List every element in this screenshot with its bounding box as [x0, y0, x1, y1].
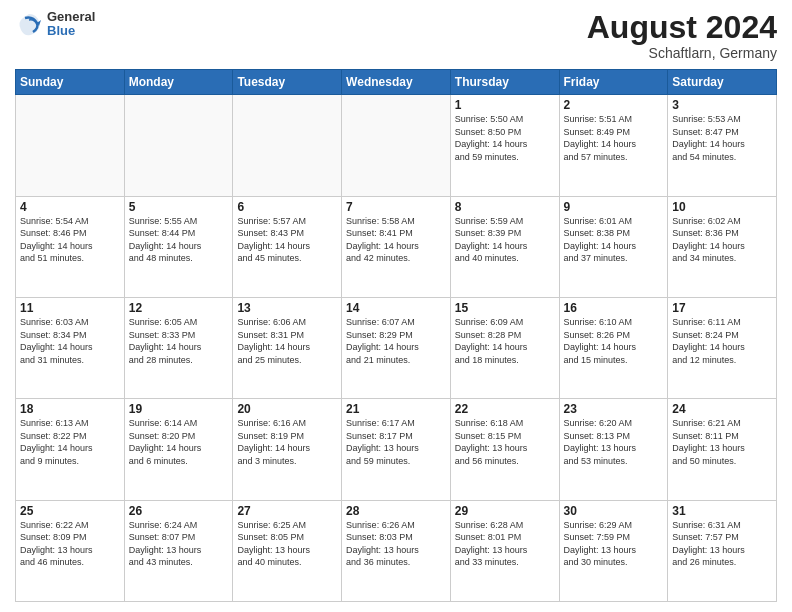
day-number: 21	[346, 402, 446, 416]
cell-info: Sunrise: 5:54 AM Sunset: 8:46 PM Dayligh…	[20, 215, 120, 265]
day-number: 23	[564, 402, 664, 416]
table-row: 21Sunrise: 6:17 AM Sunset: 8:17 PM Dayli…	[342, 399, 451, 500]
table-row: 12Sunrise: 6:05 AM Sunset: 8:33 PM Dayli…	[124, 297, 233, 398]
location: Schaftlarn, Germany	[587, 45, 777, 61]
cell-info: Sunrise: 5:50 AM Sunset: 8:50 PM Dayligh…	[455, 113, 555, 163]
cell-info: Sunrise: 6:29 AM Sunset: 7:59 PM Dayligh…	[564, 519, 664, 569]
table-row: 27Sunrise: 6:25 AM Sunset: 8:05 PM Dayli…	[233, 500, 342, 601]
cell-info: Sunrise: 6:21 AM Sunset: 8:11 PM Dayligh…	[672, 417, 772, 467]
table-row	[342, 95, 451, 196]
day-number: 15	[455, 301, 555, 315]
day-number: 28	[346, 504, 446, 518]
title-area: August 2024 Schaftlarn, Germany	[587, 10, 777, 61]
cell-info: Sunrise: 6:31 AM Sunset: 7:57 PM Dayligh…	[672, 519, 772, 569]
table-row: 10Sunrise: 6:02 AM Sunset: 8:36 PM Dayli…	[668, 196, 777, 297]
cell-info: Sunrise: 5:57 AM Sunset: 8:43 PM Dayligh…	[237, 215, 337, 265]
cell-info: Sunrise: 6:05 AM Sunset: 8:33 PM Dayligh…	[129, 316, 229, 366]
header: General Blue August 2024 Schaftlarn, Ger…	[15, 10, 777, 61]
table-row: 11Sunrise: 6:03 AM Sunset: 8:34 PM Dayli…	[16, 297, 125, 398]
cell-info: Sunrise: 6:07 AM Sunset: 8:29 PM Dayligh…	[346, 316, 446, 366]
day-number: 17	[672, 301, 772, 315]
day-number: 4	[20, 200, 120, 214]
day-number: 20	[237, 402, 337, 416]
logo-line2: Blue	[47, 24, 95, 38]
cell-info: Sunrise: 6:22 AM Sunset: 8:09 PM Dayligh…	[20, 519, 120, 569]
calendar-week-row: 18Sunrise: 6:13 AM Sunset: 8:22 PM Dayli…	[16, 399, 777, 500]
header-friday: Friday	[559, 70, 668, 95]
day-number: 31	[672, 504, 772, 518]
cell-info: Sunrise: 6:14 AM Sunset: 8:20 PM Dayligh…	[129, 417, 229, 467]
cell-info: Sunrise: 6:02 AM Sunset: 8:36 PM Dayligh…	[672, 215, 772, 265]
cell-info: Sunrise: 6:11 AM Sunset: 8:24 PM Dayligh…	[672, 316, 772, 366]
calendar-table: Sunday Monday Tuesday Wednesday Thursday…	[15, 69, 777, 602]
day-number: 30	[564, 504, 664, 518]
table-row: 3Sunrise: 5:53 AM Sunset: 8:47 PM Daylig…	[668, 95, 777, 196]
table-row: 5Sunrise: 5:55 AM Sunset: 8:44 PM Daylig…	[124, 196, 233, 297]
calendar-week-row: 25Sunrise: 6:22 AM Sunset: 8:09 PM Dayli…	[16, 500, 777, 601]
day-number: 29	[455, 504, 555, 518]
day-number: 2	[564, 98, 664, 112]
day-number: 5	[129, 200, 229, 214]
day-number: 9	[564, 200, 664, 214]
cell-info: Sunrise: 6:10 AM Sunset: 8:26 PM Dayligh…	[564, 316, 664, 366]
day-number: 6	[237, 200, 337, 214]
calendar-week-row: 11Sunrise: 6:03 AM Sunset: 8:34 PM Dayli…	[16, 297, 777, 398]
day-number: 18	[20, 402, 120, 416]
cell-info: Sunrise: 6:24 AM Sunset: 8:07 PM Dayligh…	[129, 519, 229, 569]
logo-text: General Blue	[47, 10, 95, 39]
table-row: 14Sunrise: 6:07 AM Sunset: 8:29 PM Dayli…	[342, 297, 451, 398]
table-row: 4Sunrise: 5:54 AM Sunset: 8:46 PM Daylig…	[16, 196, 125, 297]
cell-info: Sunrise: 5:55 AM Sunset: 8:44 PM Dayligh…	[129, 215, 229, 265]
day-number: 27	[237, 504, 337, 518]
table-row: 9Sunrise: 6:01 AM Sunset: 8:38 PM Daylig…	[559, 196, 668, 297]
cell-info: Sunrise: 6:18 AM Sunset: 8:15 PM Dayligh…	[455, 417, 555, 467]
cell-info: Sunrise: 5:51 AM Sunset: 8:49 PM Dayligh…	[564, 113, 664, 163]
table-row: 8Sunrise: 5:59 AM Sunset: 8:39 PM Daylig…	[450, 196, 559, 297]
table-row: 1Sunrise: 5:50 AM Sunset: 8:50 PM Daylig…	[450, 95, 559, 196]
table-row: 16Sunrise: 6:10 AM Sunset: 8:26 PM Dayli…	[559, 297, 668, 398]
table-row: 31Sunrise: 6:31 AM Sunset: 7:57 PM Dayli…	[668, 500, 777, 601]
table-row	[124, 95, 233, 196]
header-monday: Monday	[124, 70, 233, 95]
cell-info: Sunrise: 5:53 AM Sunset: 8:47 PM Dayligh…	[672, 113, 772, 163]
day-number: 3	[672, 98, 772, 112]
header-saturday: Saturday	[668, 70, 777, 95]
table-row: 19Sunrise: 6:14 AM Sunset: 8:20 PM Dayli…	[124, 399, 233, 500]
weekday-header-row: Sunday Monday Tuesday Wednesday Thursday…	[16, 70, 777, 95]
cell-info: Sunrise: 6:06 AM Sunset: 8:31 PM Dayligh…	[237, 316, 337, 366]
table-row: 13Sunrise: 6:06 AM Sunset: 8:31 PM Dayli…	[233, 297, 342, 398]
header-thursday: Thursday	[450, 70, 559, 95]
table-row	[233, 95, 342, 196]
day-number: 16	[564, 301, 664, 315]
cell-info: Sunrise: 6:17 AM Sunset: 8:17 PM Dayligh…	[346, 417, 446, 467]
calendar-week-row: 1Sunrise: 5:50 AM Sunset: 8:50 PM Daylig…	[16, 95, 777, 196]
cell-info: Sunrise: 6:13 AM Sunset: 8:22 PM Dayligh…	[20, 417, 120, 467]
cell-info: Sunrise: 5:59 AM Sunset: 8:39 PM Dayligh…	[455, 215, 555, 265]
day-number: 22	[455, 402, 555, 416]
table-row: 23Sunrise: 6:20 AM Sunset: 8:13 PM Dayli…	[559, 399, 668, 500]
cell-info: Sunrise: 6:25 AM Sunset: 8:05 PM Dayligh…	[237, 519, 337, 569]
cell-info: Sunrise: 6:16 AM Sunset: 8:19 PM Dayligh…	[237, 417, 337, 467]
table-row: 29Sunrise: 6:28 AM Sunset: 8:01 PM Dayli…	[450, 500, 559, 601]
cell-info: Sunrise: 6:01 AM Sunset: 8:38 PM Dayligh…	[564, 215, 664, 265]
cell-info: Sunrise: 6:03 AM Sunset: 8:34 PM Dayligh…	[20, 316, 120, 366]
table-row: 24Sunrise: 6:21 AM Sunset: 8:11 PM Dayli…	[668, 399, 777, 500]
month-year: August 2024	[587, 10, 777, 45]
logo-line1: General	[47, 10, 95, 24]
table-row: 6Sunrise: 5:57 AM Sunset: 8:43 PM Daylig…	[233, 196, 342, 297]
table-row: 25Sunrise: 6:22 AM Sunset: 8:09 PM Dayli…	[16, 500, 125, 601]
day-number: 24	[672, 402, 772, 416]
day-number: 14	[346, 301, 446, 315]
header-tuesday: Tuesday	[233, 70, 342, 95]
cell-info: Sunrise: 5:58 AM Sunset: 8:41 PM Dayligh…	[346, 215, 446, 265]
table-row: 30Sunrise: 6:29 AM Sunset: 7:59 PM Dayli…	[559, 500, 668, 601]
table-row: 7Sunrise: 5:58 AM Sunset: 8:41 PM Daylig…	[342, 196, 451, 297]
header-sunday: Sunday	[16, 70, 125, 95]
calendar-week-row: 4Sunrise: 5:54 AM Sunset: 8:46 PM Daylig…	[16, 196, 777, 297]
day-number: 12	[129, 301, 229, 315]
table-row: 26Sunrise: 6:24 AM Sunset: 8:07 PM Dayli…	[124, 500, 233, 601]
cell-info: Sunrise: 6:20 AM Sunset: 8:13 PM Dayligh…	[564, 417, 664, 467]
page: General Blue August 2024 Schaftlarn, Ger…	[0, 0, 792, 612]
table-row: 17Sunrise: 6:11 AM Sunset: 8:24 PM Dayli…	[668, 297, 777, 398]
logo-icon	[15, 10, 43, 38]
